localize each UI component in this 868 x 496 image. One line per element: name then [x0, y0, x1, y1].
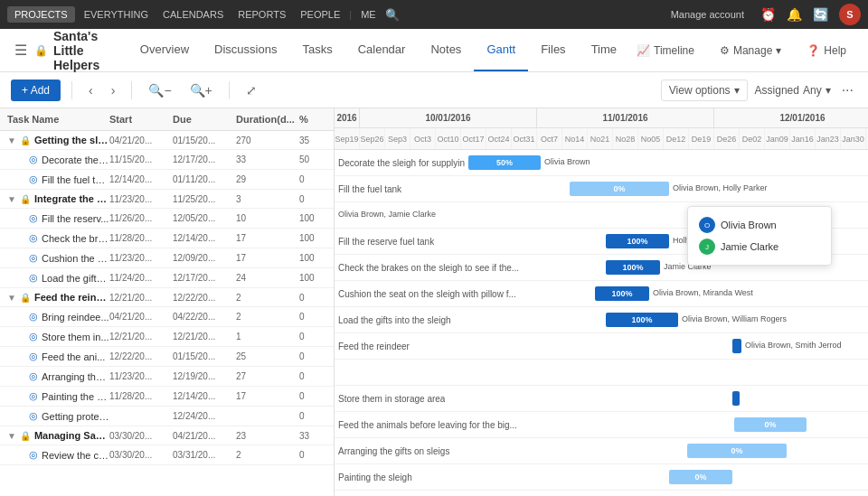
tab-calendar[interactable]: Calendar	[345, 29, 419, 71]
task-duration: 2	[236, 312, 299, 322]
refresh-icon[interactable]: 🔄	[813, 7, 828, 22]
gantt-bar[interactable]: 100%	[595, 286, 649, 301]
timeline-button[interactable]: 📈 Timeline	[629, 41, 702, 61]
tab-overview[interactable]: Overview	[127, 29, 202, 71]
gantt-month: 10/01/2016	[360, 108, 537, 127]
tab-gantt[interactable]: Gantt	[474, 29, 528, 71]
gantt-row[interactable]: Feed the animals before leaving for the …	[335, 412, 868, 438]
nav-next-button[interactable]: ›	[106, 80, 121, 100]
gantt-bar[interactable]: 0%	[570, 182, 669, 196]
manage-account-link[interactable]: Manage account	[665, 6, 750, 23]
nav-everything[interactable]: EVERYTHING	[79, 6, 154, 23]
task-row[interactable]: ▼🔒 Feed the reinde... 12/21/20... 12/22/…	[0, 288, 334, 307]
nav-me[interactable]: ME	[355, 6, 382, 23]
notification-icon[interactable]: ⏰	[760, 7, 776, 22]
bell-icon[interactable]: 🔔	[787, 7, 802, 22]
task-row[interactable]: ◎ Decorate the sl... 11/15/20... 12/17/2…	[0, 150, 334, 170]
collapse-icon[interactable]: ▼	[7, 194, 16, 204]
help-button[interactable]: ❓ Help	[799, 41, 854, 61]
tab-tasks[interactable]: Tasks	[289, 29, 344, 71]
gantt-bar[interactable]: 100%	[606, 313, 678, 327]
gantt-row[interactable]: Load the gifts into the sleigh 100% Oliv…	[335, 307, 868, 333]
task-due: 12/17/20...	[173, 273, 236, 283]
collapse-icon[interactable]: ▼	[7, 431, 16, 441]
task-due: 12/14/20...	[173, 233, 236, 243]
task-start: 11/24/20...	[109, 273, 173, 283]
gantt-month: 11/01/2016	[537, 108, 714, 127]
task-row[interactable]: ◎ Check the brake... 11/28/20... 12/14/2…	[0, 229, 334, 248]
search-icon[interactable]: 🔍	[385, 8, 400, 22]
gantt-row[interactable]: Store them in storage area	[335, 386, 868, 412]
gantt-row[interactable]: Arranging the gifts on sleigs 0%	[335, 438, 868, 464]
more-options-button[interactable]: ···	[838, 82, 857, 98]
hamburger-icon[interactable]: ☰	[14, 42, 27, 59]
gantt-row[interactable]: Cushion the seat on the sleigh with pill…	[335, 281, 868, 307]
gantt-row[interactable]	[335, 360, 868, 386]
task-name-cell: ◎ Bring reindee...	[7, 311, 109, 323]
view-options-button[interactable]: View options ▾	[661, 80, 748, 101]
tab-notes[interactable]: Notes	[418, 29, 474, 71]
gantt-months-row: 201610/01/201611/01/201612/01/201601/01/…	[335, 108, 868, 128]
task-row[interactable]: ◎ Review the clien... 03/30/20... 03/31/…	[0, 445, 334, 465]
task-name-text: Load the gifts in...	[42, 273, 109, 284]
gantt-bar[interactable]: 100%	[606, 234, 669, 248]
nav-people[interactable]: PEOPLE	[295, 6, 345, 23]
collapse-icon[interactable]: ▼	[7, 136, 16, 145]
gantt-row[interactable]: Fill the fuel tank 0% Olivia Brown, Holl…	[335, 176, 868, 202]
assigned-filter[interactable]: Assigned Any ▾	[755, 84, 831, 97]
gantt-bar[interactable]: 0%	[669, 470, 732, 484]
task-row[interactable]: ◎ Arranging the g... 11/23/20... 12/19/2…	[0, 367, 334, 387]
gantt-bar[interactable]: 0%	[734, 417, 807, 432]
task-row[interactable]: ◎ Bring reindee... 04/21/20... 04/22/20.…	[0, 307, 334, 327]
user-avatar[interactable]: S	[839, 4, 861, 25]
tab-files[interactable]: Files	[528, 29, 578, 71]
gantt-row[interactable]: Olivia Brown, Jamie Clarke O Olivia Brow…	[335, 202, 868, 229]
tab-time[interactable]: Time	[579, 29, 629, 71]
task-duration: 27	[236, 371, 299, 381]
gantt-bar[interactable]	[732, 391, 740, 406]
gantt-row[interactable]: Decorate the sleigh for supplying and di…	[335, 150, 868, 176]
gantt-bar[interactable]: 0%	[687, 444, 787, 458]
task-row[interactable]: ◎ Fill the fuel tank 12/14/20... 01/11/2…	[0, 170, 334, 190]
task-row[interactable]: ▼🔒 Integrate the G... 11/23/20... 11/25/…	[0, 190, 334, 209]
task-name-cell: ◎ Decorate the sl...	[7, 154, 109, 165]
gantt-bar[interactable]: 100%	[606, 260, 660, 275]
task-pct: 0	[299, 312, 326, 322]
gantt-task-label: Arranging the gifts on sleigs	[338, 446, 449, 456]
gantt-bar[interactable]	[732, 339, 741, 353]
task-row[interactable]: ▼🔒 Managing Santa's we... 03/30/20... 04…	[0, 426, 334, 445]
task-row[interactable]: ◎ Feed the ani... 12/22/20... 01/15/20..…	[0, 347, 334, 367]
nav-calendars[interactable]: CALENDARS	[157, 6, 229, 23]
fullscreen-button[interactable]: ⤢	[241, 80, 262, 100]
task-name-cell: ◎ Painting the slei...	[7, 390, 109, 402]
task-pct: 0	[299, 351, 326, 361]
nav-prev-button[interactable]: ‹	[83, 80, 99, 100]
task-name-cell: ◎ Fill the fuel tank	[7, 173, 109, 185]
add-button[interactable]: + Add	[11, 80, 61, 101]
projects-button[interactable]: PROJECTS	[7, 6, 75, 23]
task-name-cell: ▼🔒 Getting the sleigh ...	[7, 135, 109, 145]
tab-discussions[interactable]: Discussions	[202, 29, 289, 71]
task-check-icon: ◎	[29, 331, 38, 342]
manage-button[interactable]: ⚙ Manage ▾	[712, 41, 788, 61]
task-name-cell: ▼🔒 Managing Santa's we...	[7, 430, 109, 441]
gantt-row[interactable]	[335, 491, 868, 496]
gantt-row[interactable]: Feed the reindeer Olivia Brown, Smith Je…	[335, 333, 868, 360]
task-row[interactable]: ◎ Cushion the sea... 11/23/20... 12/09/2…	[0, 248, 334, 268]
task-name-text: Fill the reserv...	[42, 213, 108, 224]
task-row[interactable]: ◎ Load the gifts in... 11/24/20... 12/17…	[0, 268, 334, 288]
task-row[interactable]: ◎ Painting the slei... 11/28/20... 12/14…	[0, 387, 334, 407]
popup-item: J Jamie Clarke	[699, 236, 820, 257]
task-row[interactable]: ◎ Getting protecti... 12/24/20... 0	[0, 407, 334, 426]
zoom-in-button[interactable]: 🔍+	[184, 80, 218, 100]
nav-reports[interactable]: REPORTS	[232, 6, 291, 23]
gantt-body[interactable]: Decorate the sleigh for supplying and di…	[335, 150, 868, 496]
task-row[interactable]: ▼🔒 Getting the sleigh ... 04/21/20... 01…	[0, 131, 334, 150]
zoom-out-button[interactable]: 🔍−	[143, 80, 176, 100]
collapse-icon[interactable]: ▼	[7, 293, 16, 303]
task-row[interactable]: ◎ Store them in... 12/21/20... 12/21/20.…	[0, 327, 334, 347]
task-name-cell: ◎ Store them in...	[7, 331, 109, 342]
task-row[interactable]: ◎ Fill the reserv... 11/26/20... 12/05/2…	[0, 209, 334, 229]
gantt-bar[interactable]: 50%	[468, 155, 541, 170]
gantt-row[interactable]: Painting the sleigh 0%	[335, 464, 868, 491]
